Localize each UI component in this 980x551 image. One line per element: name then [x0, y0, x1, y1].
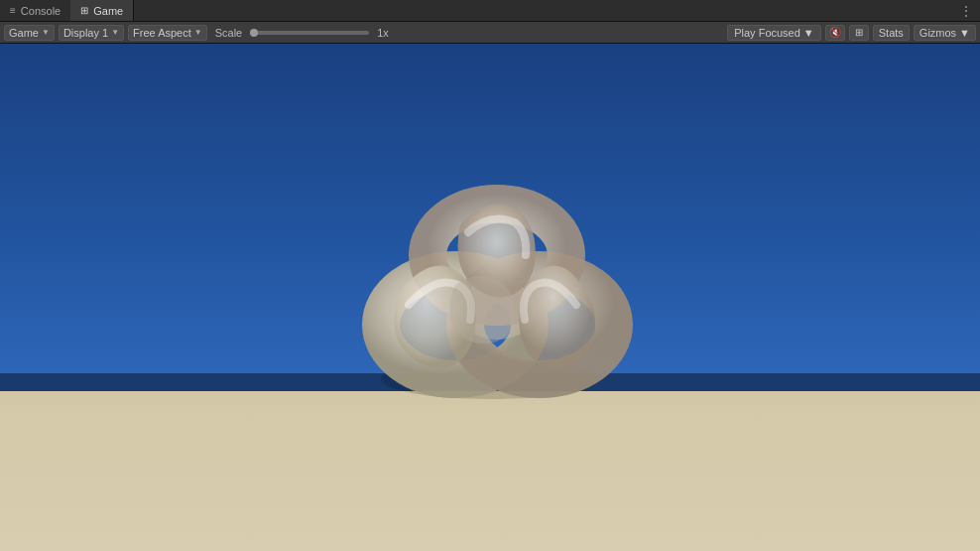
- play-focused-button[interactable]: Play Focused ▼: [727, 25, 821, 41]
- game-dropdown-arrow: ▼: [42, 28, 50, 37]
- tab-bar: ≡ Console ⊞ Game ⋮: [0, 0, 980, 22]
- stats-button[interactable]: Stats: [873, 25, 910, 41]
- display1-dropdown-arrow: ▼: [111, 28, 119, 37]
- play-focused-label: Play Focused: [734, 27, 800, 39]
- play-focused-arrow: ▼: [803, 27, 814, 39]
- scale-slider-thumb: [250, 29, 258, 37]
- maximize-button[interactable]: ⊞: [849, 25, 869, 41]
- tab-game-label: Game: [93, 5, 123, 17]
- scale-slider[interactable]: [250, 31, 369, 35]
- mute-icon: 🔇: [829, 27, 841, 38]
- aspect-dropdown-label: Free Aspect: [133, 27, 191, 39]
- tab-menu-button[interactable]: ⋮: [952, 0, 980, 21]
- game-dropdown-label: Game: [9, 27, 39, 39]
- aspect-dropdown-arrow: ▼: [194, 28, 202, 37]
- game-viewport[interactable]: [0, 44, 980, 551]
- toolbar: Game ▼ Display 1 ▼ Free Aspect ▼ Scale 1…: [0, 22, 980, 44]
- mute-button[interactable]: 🔇: [825, 25, 845, 41]
- tab-console[interactable]: ≡ Console: [0, 0, 70, 21]
- gizmos-arrow: ▼: [959, 27, 970, 39]
- game-icon: ⊞: [80, 5, 88, 16]
- tab-console-label: Console: [21, 5, 61, 17]
- display1-dropdown-label: Display 1: [63, 27, 108, 39]
- tab-game[interactable]: ⊞ Game: [70, 0, 134, 21]
- display1-dropdown[interactable]: Display 1 ▼: [59, 25, 124, 41]
- torus-svg: [302, 71, 678, 409]
- gizmos-button[interactable]: Gizmos ▼: [914, 25, 976, 41]
- torus-knot-object: [302, 71, 678, 409]
- scale-label: Scale: [215, 27, 243, 39]
- maximize-icon: ⊞: [855, 27, 863, 38]
- scale-value: 1x: [377, 27, 389, 39]
- gizmos-label: Gizmos: [919, 27, 956, 39]
- toolbar-right: Play Focused ▼ 🔇 ⊞ Stats Gizmos ▼: [727, 25, 976, 41]
- tab-menu-icon: ⋮: [960, 4, 972, 18]
- aspect-dropdown[interactable]: Free Aspect ▼: [128, 25, 207, 41]
- game-dropdown[interactable]: Game ▼: [4, 25, 55, 41]
- console-icon: ≡: [10, 5, 16, 16]
- stats-label: Stats: [879, 27, 904, 39]
